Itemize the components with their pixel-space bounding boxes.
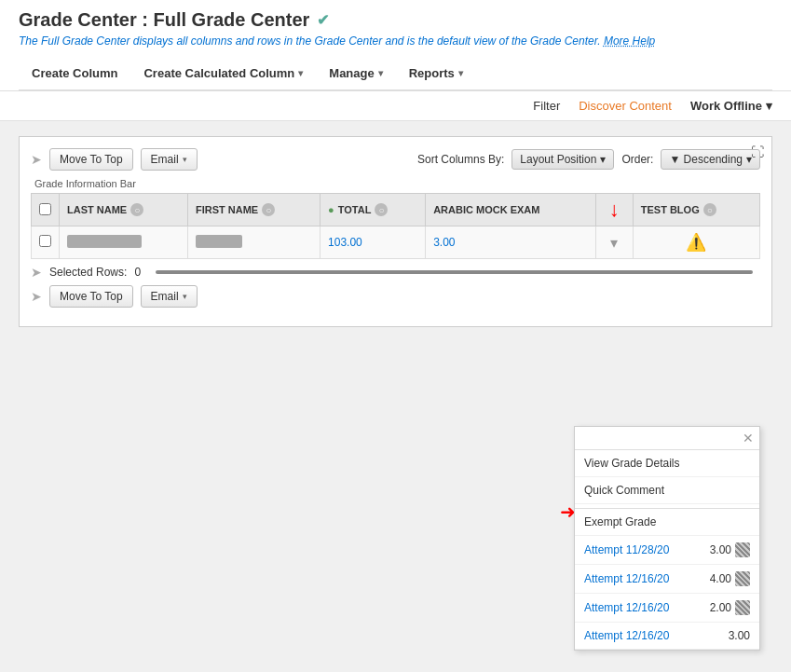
header-arabic-mock-exam: ARABIC MOCK EXAM bbox=[426, 194, 596, 226]
arabic-mock-exam-value[interactable]: 3.00 bbox=[433, 236, 455, 249]
last-name-placeholder bbox=[67, 235, 142, 248]
header-total: ● TOTAL ○ bbox=[320, 194, 426, 226]
attempt-2-score: 4.00 bbox=[710, 571, 750, 586]
total-green-icon: ● bbox=[328, 204, 334, 215]
more-help-link[interactable]: More Help bbox=[604, 34, 655, 48]
row-check-cell bbox=[32, 226, 60, 259]
attempt-2-icon bbox=[735, 571, 750, 586]
selected-rows-bar: ➤ Selected Rows: 0 bbox=[31, 259, 760, 285]
header-last-name: LAST NAME ○ bbox=[60, 194, 188, 226]
attempt-3-score: 2.00 bbox=[710, 600, 750, 615]
red-down-arrow-icon: ↓ bbox=[609, 199, 620, 220]
bottom-email-arrow-icon: ▾ bbox=[183, 292, 187, 301]
row-arrow-cell: ▾ bbox=[595, 226, 633, 259]
layout-position-select[interactable]: Layout Position ▾ bbox=[511, 149, 614, 170]
dropdown-attempt-3[interactable]: Attempt 12/16/20 2.00 bbox=[575, 594, 759, 623]
row-test-blog-cell: ⚠️ bbox=[633, 226, 759, 259]
arrow-left-bottom-icon: ➤ bbox=[31, 265, 42, 280]
dropdown-item-view-grade-details[interactable]: View Grade Details bbox=[575, 450, 759, 477]
bottom-move-to-top-button[interactable]: Move To Top bbox=[49, 285, 133, 308]
move-to-top-button[interactable]: Move To Top bbox=[49, 148, 133, 171]
attempt-1-score: 3.00 bbox=[710, 542, 750, 557]
expand-icon[interactable]: ⛶ bbox=[751, 144, 764, 159]
secondary-nav: Filter Discover Content Work Offline ▾ bbox=[0, 91, 791, 121]
test-blog-col-icon[interactable]: ○ bbox=[703, 203, 716, 216]
row-arabic-mock-exam-cell: 3.00 bbox=[426, 226, 596, 259]
order-label: Order: bbox=[621, 153, 653, 166]
row-first-name-cell bbox=[187, 226, 320, 259]
attempt-1-label: Attempt 11/28/20 bbox=[584, 543, 669, 556]
selected-rows-count: 0 bbox=[134, 266, 141, 279]
work-offline-arrow-icon: ▾ bbox=[766, 99, 772, 113]
row-total-cell: 103.00 bbox=[320, 226, 426, 259]
header-test-blog: TEST BLOG ○ bbox=[633, 194, 759, 226]
bottom-email-button[interactable]: Email ▾ bbox=[141, 285, 198, 308]
select-all-checkbox[interactable] bbox=[39, 203, 51, 215]
grade-table: LAST NAME ○ FIRST NAME ○ ● TOTAL bbox=[31, 193, 760, 259]
row-checkbox[interactable] bbox=[39, 235, 51, 247]
first-name-col-icon[interactable]: ○ bbox=[262, 203, 275, 216]
top-bar: Grade Center : Full Grade Center ✔ The F… bbox=[0, 0, 791, 91]
filter-nav-item[interactable]: Filter bbox=[533, 99, 560, 113]
arrow-left-icon: ➤ bbox=[31, 152, 42, 167]
nav-item-create-calculated-column[interactable]: Create Calculated Column ▾ bbox=[130, 57, 316, 89]
dropdown-item-exempt-grade[interactable]: Exempt Grade bbox=[575, 508, 759, 536]
first-name-placeholder bbox=[196, 235, 242, 248]
nav-item-create-column[interactable]: Create Column bbox=[19, 57, 130, 89]
page-title: Grade Center : Full Grade Center ✔ bbox=[19, 9, 772, 31]
header-first-name: FIRST NAME ○ bbox=[187, 194, 320, 226]
close-icon[interactable]: ✕ bbox=[743, 431, 754, 446]
work-offline-nav-item[interactable]: Work Offline ▾ bbox=[690, 99, 772, 113]
page-subtitle: The Full Grade Center displays all colum… bbox=[19, 34, 772, 48]
bottom-action-bar: ➤ Move To Top Email ▾ bbox=[31, 285, 760, 308]
attempt-4-score: 3.00 bbox=[729, 629, 750, 642]
nav-item-manage[interactable]: Manage ▾ bbox=[316, 57, 395, 89]
dropdown-search-bar: ✕ bbox=[575, 427, 759, 450]
table-row: 103.00 3.00 ▾ ⚠️ bbox=[32, 226, 760, 259]
grade-panel: ⛶ ➤ Move To Top Email ▾ Sort Columns By:… bbox=[19, 136, 772, 327]
email-button[interactable]: Email ▾ bbox=[141, 148, 198, 171]
sort-controls: Sort Columns By: Layout Position ▾ Order… bbox=[417, 149, 760, 170]
dropdown-attempt-1[interactable]: Attempt 11/28/20 3.00 bbox=[575, 536, 759, 565]
dropdown-attempt-2[interactable]: Attempt 12/16/20 4.00 bbox=[575, 565, 759, 594]
arrow-left-bottom2-icon: ➤ bbox=[31, 289, 42, 304]
arrow-icon: ▾ bbox=[298, 68, 303, 78]
attempt-3-label: Attempt 12/16/20 bbox=[584, 601, 669, 614]
row-last-name-cell bbox=[60, 226, 188, 259]
dropdown-attempt-4[interactable]: Attempt 12/16/20 3.00 bbox=[575, 623, 759, 650]
order-select[interactable]: ▼ Descending ▾ bbox=[661, 149, 760, 170]
header-arrow-col: ↓ bbox=[595, 194, 633, 226]
warning-emoji: ⚠️ bbox=[686, 233, 706, 252]
attempt-1-icon bbox=[735, 542, 750, 557]
total-col-icon[interactable]: ○ bbox=[375, 203, 388, 216]
grade-dropdown-popup: ✕ View Grade Details Quick Comment Exemp… bbox=[574, 426, 760, 651]
sort-columns-by-label: Sort Columns By: bbox=[417, 153, 504, 166]
dropdown-search-input[interactable] bbox=[580, 432, 743, 445]
attempt-4-label: Attempt 12/16/20 bbox=[584, 629, 669, 642]
arrow-icon: ▾ bbox=[458, 68, 463, 78]
dropdown-item-quick-comment[interactable]: Quick Comment bbox=[575, 477, 759, 504]
cell-dropdown-icon[interactable]: ▾ bbox=[610, 235, 618, 251]
total-value[interactable]: 103.00 bbox=[328, 236, 362, 249]
arrow-icon: ▾ bbox=[378, 68, 383, 78]
nav-bar: Create Column Create Calculated Column ▾… bbox=[19, 57, 772, 90]
discover-content-nav-item[interactable]: Discover Content bbox=[579, 99, 672, 113]
main-content: ⛶ ➤ Move To Top Email ▾ Sort Columns By:… bbox=[0, 121, 791, 342]
header-check bbox=[32, 194, 60, 226]
attempt-2-label: Attempt 12/16/20 bbox=[584, 572, 669, 585]
selected-rows-label: Selected Rows: bbox=[49, 266, 127, 279]
grade-info-bar: Grade Information Bar bbox=[31, 178, 760, 189]
attempt-3-icon bbox=[735, 600, 750, 615]
nav-item-reports[interactable]: Reports ▾ bbox=[396, 57, 476, 89]
layout-arrow-icon: ▾ bbox=[600, 153, 606, 166]
divider-bar bbox=[156, 270, 753, 274]
dropdown-arrow-icon: ▾ bbox=[183, 155, 187, 164]
last-name-col-icon[interactable]: ○ bbox=[130, 203, 143, 216]
top-action-bar: ➤ Move To Top Email ▾ Sort Columns By: L… bbox=[31, 148, 760, 171]
check-icon: ✔ bbox=[317, 11, 329, 29]
